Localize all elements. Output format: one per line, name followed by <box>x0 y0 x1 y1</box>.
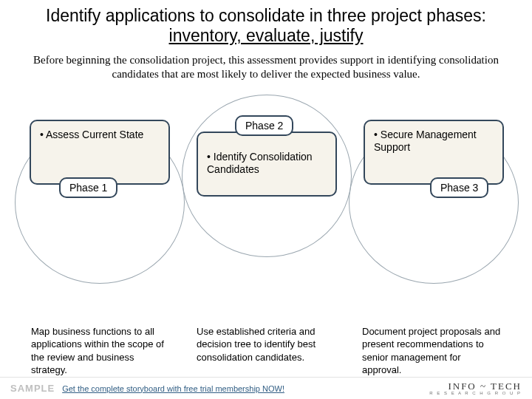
desc-phase-1: Map business functions to all applicatio… <box>31 325 170 377</box>
phase-descriptions: Map business functions to all applicatio… <box>0 325 532 377</box>
title-underline: inventory, evaluate, justify <box>169 26 364 45</box>
phase-diagram: Assess Current State Phase 1 Identify Co… <box>0 99 532 321</box>
tag-phase-1: Phase 1 <box>59 177 117 198</box>
logo-brand: INFO ~ TECH <box>448 381 522 392</box>
footer: SAMPLE Get the complete storyboard with … <box>0 377 532 399</box>
card-phase-2: Identify Consolidation Candidates <box>197 132 337 197</box>
storyboard-link[interactable]: Get the complete storyboard with free tr… <box>62 384 284 393</box>
card-phase-1-bullet: Assess Current State <box>40 129 160 142</box>
intro-text: Before beginning the consolidation proje… <box>0 49 532 81</box>
card-phase-1: Assess Current State <box>30 120 170 185</box>
card-phase-2-bullet: Identify Consolidation Candidates <box>207 151 327 177</box>
sample-watermark: SAMPLE <box>10 383 55 394</box>
desc-phase-3: Document project proposals and present r… <box>362 325 501 377</box>
desc-phase-2: Use established criteria and decision tr… <box>197 325 335 377</box>
tag-phase-3: Phase 3 <box>430 177 488 198</box>
card-phase-3: Secure Management Support <box>364 120 504 185</box>
tag-phase-2: Phase 2 <box>235 115 293 136</box>
logo-sub: R E S E A R C H G R O U P <box>429 391 522 395</box>
infotech-logo: INFO ~ TECH R E S E A R C H G R O U P <box>429 381 522 395</box>
slide-title: Identify applications to consolidate in … <box>0 0 532 49</box>
card-phase-3-bullet: Secure Management Support <box>374 129 494 154</box>
title-text: Identify applications to consolidate in … <box>46 6 486 25</box>
